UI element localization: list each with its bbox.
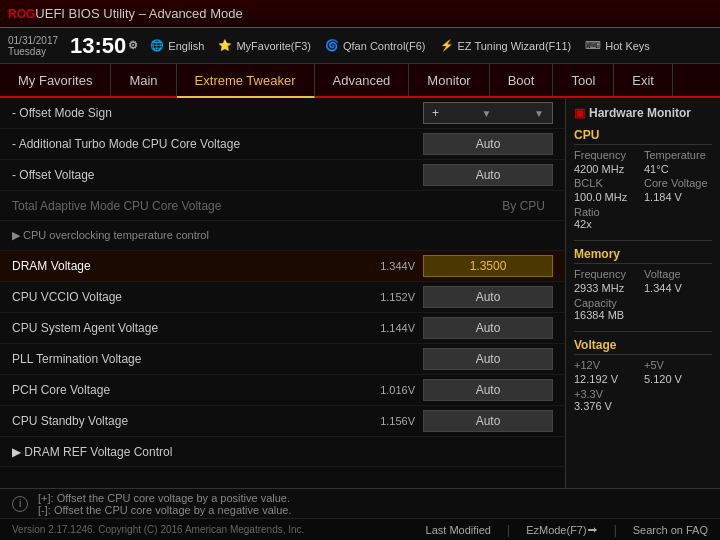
day-display: Tuesday xyxy=(8,46,58,57)
tab-boot[interactable]: Boot xyxy=(490,64,554,96)
voltage-section: Voltage +12V +5V 12.192 V 5.120 V +3.3V … xyxy=(574,338,712,412)
setting-row-dram-ref[interactable]: ▶ DRAM REF Voltage Control xyxy=(0,437,565,467)
cpu-vccio-current: 1.152V xyxy=(370,291,415,303)
capacity-label: Capacity xyxy=(574,297,712,309)
cpu-oc-temp-label: ▶ CPU overclocking temperature control xyxy=(12,229,553,242)
sidebar-divider-2 xyxy=(574,331,712,332)
myfavorite-btn[interactable]: ⭐ MyFavorite(F3) xyxy=(218,39,311,52)
adaptive-mode-value: By CPU xyxy=(502,199,545,213)
tab-extreme-tweaker[interactable]: Extreme Tweaker xyxy=(177,64,315,98)
setting-row-cpu-sysagent[interactable]: CPU System Agent Voltage 1.144V Auto xyxy=(0,313,565,344)
tuning-icon: ⚡ xyxy=(440,39,454,52)
dram-ref-label: ▶ DRAM REF Voltage Control xyxy=(12,445,553,459)
footer: Version 2.17.1246. Copyright (C) 2016 Am… xyxy=(0,518,720,540)
settings-content: - Offset Mode Sign + ▼ - Additional Turb… xyxy=(0,98,565,488)
tab-exit[interactable]: Exit xyxy=(614,64,673,96)
voltage-section-title: Voltage xyxy=(574,338,712,355)
tab-my-favorites[interactable]: My Favorites xyxy=(0,64,111,96)
mem-voltage-val: 1.344 V xyxy=(644,282,712,294)
offset-mode-sign-value[interactable]: + ▼ xyxy=(423,102,553,124)
tab-main[interactable]: Main xyxy=(111,64,176,96)
plus5v-val: 5.120 V xyxy=(644,373,712,385)
mem-voltage-label: Voltage xyxy=(644,268,712,280)
setting-row-cpu-vccio[interactable]: CPU VCCIO Voltage 1.152V Auto xyxy=(0,282,565,313)
ez-mode-button[interactable]: EzMode(F7)⮕ xyxy=(526,524,598,536)
info-bar: 01/31/2017 Tuesday 13:50 ⚙ 🌐 English ⭐ M… xyxy=(0,28,720,64)
cpu-section: CPU Frequency Temperature 4200 MHz 41°C … xyxy=(574,128,712,230)
time-display: 13:50 ⚙ xyxy=(70,35,138,57)
bottom-bar: i [+]: Offset the CPU core voltage by a … xyxy=(0,488,720,518)
cpu-sysagent-label: CPU System Agent Voltage xyxy=(12,321,370,335)
hardware-monitor-sidebar: ▣ Hardware Monitor CPU Frequency Tempera… xyxy=(565,98,720,488)
cpu-temp-val: 41°C xyxy=(644,163,712,175)
bclk-val: 100.0 MHz xyxy=(574,191,642,203)
setting-row-offset-mode-sign[interactable]: - Offset Mode Sign + ▼ xyxy=(0,98,565,129)
pch-core-label: PCH Core Voltage xyxy=(12,383,370,397)
setting-row-cpu-oc-temp[interactable]: ▶ CPU overclocking temperature control xyxy=(0,221,565,251)
cpu-vccio-label: CPU VCCIO Voltage xyxy=(12,290,370,304)
cpu-standby-value[interactable]: Auto xyxy=(423,410,553,432)
favorite-icon: ⭐ xyxy=(218,39,232,52)
cpu-sysagent-current: 1.144V xyxy=(370,322,415,334)
offset-mode-sign-label: - Offset Mode Sign xyxy=(12,106,423,120)
mem-freq-label: Frequency xyxy=(574,268,642,280)
memory-section: Memory Frequency Voltage 2933 MHz 1.344 … xyxy=(574,247,712,321)
bios-title: UEFI BIOS Utility – Advanced Mode xyxy=(35,6,242,21)
ratio-val: 42x xyxy=(574,218,712,230)
setting-row-pll-term[interactable]: PLL Termination Voltage Auto xyxy=(0,344,565,375)
bclk-label: BCLK xyxy=(574,177,642,189)
dram-voltage-label: DRAM Voltage xyxy=(12,259,370,273)
footer-buttons: Last Modified | EzMode(F7)⮕ | Search on … xyxy=(426,523,708,537)
language-icon: 🌐 xyxy=(150,39,164,52)
setting-row-cpu-standby[interactable]: CPU Standby Voltage 1.156V Auto xyxy=(0,406,565,437)
plus12v-val: 12.192 V xyxy=(574,373,642,385)
info-items: 🌐 English ⭐ MyFavorite(F3) 🌀 Qfan Contro… xyxy=(150,39,712,52)
tab-advanced[interactable]: Advanced xyxy=(315,64,410,96)
plus33v-label: +3.3V xyxy=(574,388,712,400)
adaptive-mode-label: Total Adaptive Mode CPU Core Voltage xyxy=(12,199,502,213)
language-selector[interactable]: 🌐 English xyxy=(150,39,204,52)
pch-core-current: 1.016V xyxy=(370,384,415,396)
copyright-text: Version 2.17.1246. Copyright (C) 2016 Am… xyxy=(12,524,304,535)
setting-row-pch-core[interactable]: PCH Core Voltage 1.016V Auto xyxy=(0,375,565,406)
sidebar-title: ▣ Hardware Monitor xyxy=(574,106,712,120)
dram-voltage-value[interactable]: 1.3500 xyxy=(423,255,553,277)
hotkeys-label: Hot Keys xyxy=(605,40,650,52)
cpu-sysagent-value[interactable]: Auto xyxy=(423,317,553,339)
setting-row-dram-voltage[interactable]: DRAM Voltage 1.344V 1.3500 xyxy=(0,251,565,282)
last-modified-label: Last Modified xyxy=(426,524,491,536)
hotkeys-btn[interactable]: ⌨ Hot Keys xyxy=(585,39,650,52)
search-faq-button[interactable]: Search on FAQ xyxy=(633,524,708,536)
cpu-standby-current: 1.156V xyxy=(370,415,415,427)
core-voltage-val: 1.184 V xyxy=(644,191,712,203)
tab-tool[interactable]: Tool xyxy=(553,64,614,96)
setting-row-turbo-mode-voltage[interactable]: - Additional Turbo Mode CPU Core Voltage… xyxy=(0,129,565,160)
hotkeys-icon: ⌨ xyxy=(585,39,601,52)
setting-row-offset-voltage[interactable]: - Offset Voltage Auto xyxy=(0,160,565,191)
cpu-vccio-value[interactable]: Auto xyxy=(423,286,553,308)
pll-term-label: PLL Termination Voltage xyxy=(12,352,370,366)
ratio-label: Ratio xyxy=(574,206,712,218)
ez-tuning-btn[interactable]: ⚡ EZ Tuning Wizard(F11) xyxy=(440,39,572,52)
qfan-control-btn[interactable]: 🌀 Qfan Control(F6) xyxy=(325,39,426,52)
turbo-mode-value[interactable]: Auto xyxy=(423,133,553,155)
info-line-2: [-]: Offset the CPU core voltage by a ne… xyxy=(38,504,292,516)
info-line-1: [+]: Offset the CPU core voltage by a po… xyxy=(38,492,292,504)
nav-bar: My Favorites Main Extreme Tweaker Advanc… xyxy=(0,64,720,98)
offset-voltage-value[interactable]: Auto xyxy=(423,164,553,186)
plus33v-val: 3.376 V xyxy=(574,400,712,412)
core-voltage-label: Core Voltage xyxy=(644,177,712,189)
mem-freq-val: 2933 MHz xyxy=(574,282,642,294)
plus5v-label: +5V xyxy=(644,359,712,371)
cpu-freq-label: Frequency xyxy=(574,149,642,161)
pch-core-value[interactable]: Auto xyxy=(423,379,553,401)
tab-monitor[interactable]: Monitor xyxy=(409,64,489,96)
cpu-section-title: CPU xyxy=(574,128,712,145)
fan-icon: 🌀 xyxy=(325,39,339,52)
capacity-val: 16384 MB xyxy=(574,309,712,321)
dropdown-arrow-icon: ▼ xyxy=(482,108,492,119)
main-layout: - Offset Mode Sign + ▼ - Additional Turb… xyxy=(0,98,720,488)
cpu-freq-val: 4200 MHz xyxy=(574,163,642,175)
pll-term-value[interactable]: Auto xyxy=(423,348,553,370)
myfavorite-label: MyFavorite(F3) xyxy=(236,40,311,52)
